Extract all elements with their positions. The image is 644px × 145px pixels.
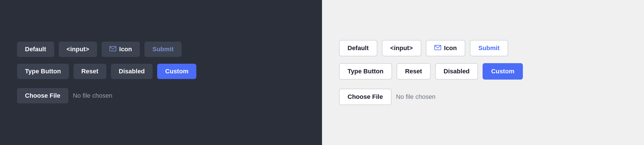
dark-icon-button[interactable]: Icon: [102, 42, 140, 57]
light-input-button[interactable]: <input>: [382, 40, 421, 56]
light-icon-button-label: Icon: [444, 44, 457, 52]
light-row-1: Default <input> Icon Submit: [339, 40, 508, 56]
light-choose-file-button[interactable]: Choose File: [339, 89, 392, 105]
light-reset-button[interactable]: Reset: [397, 63, 431, 80]
light-panel: Default <input> Icon Submit Type Button …: [322, 0, 644, 145]
dark-choose-file-button[interactable]: Choose File: [17, 88, 68, 103]
dark-input-button[interactable]: <input>: [59, 42, 97, 57]
dark-custom-button[interactable]: Custom: [157, 64, 196, 79]
light-disabled-button[interactable]: Disabled: [435, 63, 478, 80]
light-default-button[interactable]: Default: [339, 40, 377, 56]
dark-row-1: Default <input> Icon Submit: [17, 42, 182, 57]
light-file-row: Choose File No file chosen: [339, 89, 435, 105]
light-typebutton-button[interactable]: Type Button: [339, 63, 392, 80]
dark-submit-button[interactable]: Submit: [144, 42, 182, 57]
dark-icon-button-label: Icon: [119, 46, 132, 53]
dark-panel: Default <input> Icon Submit Type Button …: [0, 0, 322, 145]
light-submit-button[interactable]: Submit: [470, 40, 508, 56]
light-row-2: Type Button Reset Disabled Custom: [339, 63, 523, 80]
dark-reset-button[interactable]: Reset: [73, 64, 106, 79]
light-icon-button[interactable]: Icon: [426, 40, 465, 56]
dark-default-button[interactable]: Default: [17, 42, 54, 57]
dark-typebutton-button[interactable]: Type Button: [17, 64, 69, 79]
dark-file-row: Choose File No file chosen: [17, 88, 112, 103]
light-custom-button[interactable]: Custom: [483, 63, 523, 80]
dark-row-2: Type Button Reset Disabled Custom: [17, 64, 196, 79]
mail-icon: [110, 46, 116, 53]
dark-disabled-button[interactable]: Disabled: [111, 64, 153, 79]
dark-no-file-label: No file chosen: [73, 92, 112, 99]
light-no-file-label: No file chosen: [396, 93, 435, 101]
mail-icon-light: [434, 44, 441, 52]
